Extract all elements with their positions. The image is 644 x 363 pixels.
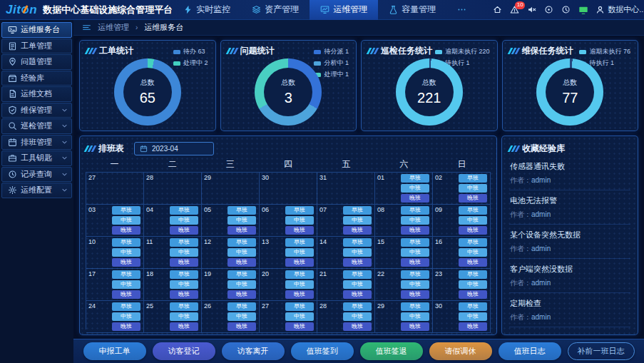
shift-button[interactable]: 早班: [343, 270, 372, 279]
favorite-item[interactable]: 定期检查作者：admin: [509, 293, 630, 327]
sidebar-item[interactable]: 记录查询: [1, 167, 72, 183]
action-button[interactable]: 请假调休: [429, 342, 492, 360]
mute-button[interactable]: [527, 5, 536, 14]
nav-item[interactable]: 容量管理: [378, 0, 446, 20]
shift-button[interactable]: 中班: [285, 248, 314, 257]
shift-button[interactable]: 早班: [285, 270, 314, 279]
shift-button[interactable]: 中班: [401, 184, 429, 193]
shift-button[interactable]: 早班: [112, 238, 140, 247]
shift-button[interactable]: 早班: [343, 302, 372, 311]
action-button[interactable]: 访客登记: [153, 342, 215, 360]
shift-button[interactable]: 中班: [228, 312, 256, 321]
shift-button[interactable]: 中班: [228, 280, 256, 289]
shift-button[interactable]: 晚班: [285, 322, 314, 331]
shift-button[interactable]: 早班: [401, 174, 429, 183]
shift-button[interactable]: 中班: [343, 216, 372, 225]
sidebar-item[interactable]: 运维文档: [1, 86, 72, 102]
action-button[interactable]: 值班签退: [360, 342, 423, 360]
sidebar-item[interactable]: 经验库: [1, 71, 72, 86]
sidebar-item[interactable]: 运维服务台: [1, 22, 72, 38]
shift-button[interactable]: 晚班: [401, 194, 429, 203]
alert-button[interactable]: 10: [510, 5, 519, 14]
shift-button[interactable]: 晚班: [170, 226, 198, 235]
action-button[interactable]: 值班签到: [291, 342, 354, 360]
shift-button[interactable]: 早班: [401, 238, 429, 247]
shift-button[interactable]: 早班: [228, 270, 256, 279]
sidebar-item[interactable]: 维保管理: [1, 103, 72, 118]
shift-button[interactable]: 晚班: [459, 226, 487, 235]
shift-button[interactable]: 晚班: [112, 322, 140, 331]
action-button[interactable]: 申报工单: [83, 342, 146, 360]
shift-button[interactable]: 早班: [459, 270, 487, 279]
shift-button[interactable]: 晚班: [401, 226, 429, 235]
favorite-item[interactable]: 客户端突然没数据作者：admin: [509, 259, 630, 293]
shift-button[interactable]: 中班: [285, 280, 314, 289]
sidebar-item[interactable]: 问题管理: [1, 54, 72, 70]
sidebar-item[interactable]: 排班管理: [1, 135, 72, 150]
shift-button[interactable]: 中班: [401, 312, 429, 321]
shift-button[interactable]: 中班: [343, 312, 372, 321]
shift-button[interactable]: 中班: [343, 248, 372, 257]
shift-button[interactable]: 中班: [459, 248, 487, 257]
shift-button[interactable]: 早班: [401, 206, 429, 215]
shift-button[interactable]: 晚班: [285, 290, 314, 299]
shift-button[interactable]: 中班: [459, 216, 487, 225]
shift-button[interactable]: 晚班: [228, 258, 256, 267]
shift-button[interactable]: 晚班: [228, 322, 256, 331]
shift-button[interactable]: 早班: [170, 238, 198, 247]
shift-button[interactable]: 晚班: [228, 290, 256, 299]
shift-button[interactable]: 早班: [170, 302, 198, 311]
shift-button[interactable]: 晚班: [343, 290, 372, 299]
favorite-item[interactable]: 某个设备突然无数据作者：admin: [509, 225, 630, 259]
shift-button[interactable]: 早班: [112, 302, 140, 311]
favorite-item[interactable]: 传感器通讯失败作者：admin: [509, 156, 630, 190]
nav-item[interactable]: 资产管理: [241, 0, 310, 20]
shift-button[interactable]: 晚班: [343, 322, 372, 331]
shift-button[interactable]: 中班: [170, 312, 198, 321]
shift-button[interactable]: 中班: [401, 216, 429, 225]
action-button[interactable]: 补前一班日志: [568, 342, 635, 360]
shift-button[interactable]: 早班: [401, 302, 429, 311]
shift-button[interactable]: 晚班: [401, 290, 429, 299]
shift-button[interactable]: 中班: [228, 216, 256, 225]
shift-button[interactable]: 中班: [459, 312, 487, 321]
shift-button[interactable]: 早班: [343, 238, 372, 247]
sidebar-item[interactable]: 巡检管理: [1, 118, 72, 134]
shift-button[interactable]: 晚班: [459, 290, 487, 299]
shift-button[interactable]: 中班: [112, 248, 140, 257]
dashboard-button[interactable]: [544, 5, 553, 14]
shift-button[interactable]: 早班: [285, 206, 314, 215]
shift-button[interactable]: 中班: [170, 216, 198, 225]
action-button[interactable]: 访客离开: [222, 342, 285, 360]
sidebar-item[interactable]: 运维配置: [1, 183, 72, 198]
shift-button[interactable]: 晚班: [459, 322, 487, 331]
shift-button[interactable]: 中班: [401, 248, 429, 257]
shift-button[interactable]: 晚班: [401, 258, 429, 267]
shift-button[interactable]: 早班: [228, 302, 256, 311]
shift-button[interactable]: 早班: [170, 206, 198, 215]
clock-button[interactable]: [561, 5, 571, 14]
shift-button[interactable]: 晚班: [343, 258, 372, 267]
shift-button[interactable]: 中班: [285, 216, 314, 225]
shift-button[interactable]: 早班: [285, 238, 314, 247]
nav-item[interactable]: [446, 0, 477, 20]
user-menu[interactable]: 数据中心...: [596, 4, 644, 15]
shift-button[interactable]: 中班: [112, 312, 140, 321]
hamburger-icon[interactable]: [82, 23, 91, 32]
shift-button[interactable]: 晚班: [285, 258, 314, 267]
nav-item[interactable]: 运维管理: [310, 0, 378, 20]
shift-button[interactable]: 晚班: [170, 258, 198, 267]
shift-button[interactable]: 中班: [401, 280, 429, 289]
shift-button[interactable]: 早班: [112, 270, 140, 279]
month-picker[interactable]: 2023-04: [134, 142, 214, 155]
home-button[interactable]: [493, 5, 502, 14]
shift-button[interactable]: 晚班: [459, 258, 487, 267]
shift-button[interactable]: 早班: [228, 238, 256, 247]
shift-button[interactable]: 晚班: [112, 226, 140, 235]
nav-item[interactable]: 实时监控: [173, 0, 241, 20]
shift-button[interactable]: 早班: [459, 302, 487, 311]
shift-button[interactable]: 中班: [112, 280, 140, 289]
shift-button[interactable]: 早班: [228, 206, 256, 215]
shift-button[interactable]: 晚班: [343, 226, 372, 235]
shift-button[interactable]: 中班: [112, 216, 140, 225]
